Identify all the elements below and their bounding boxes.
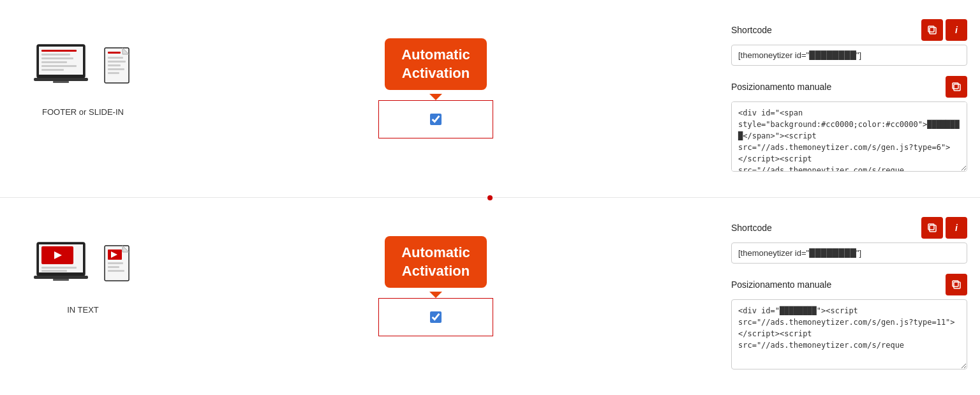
svg-rect-6 [41, 65, 77, 67]
shortcode-input-1[interactable] [731, 45, 967, 66]
divider-dot [487, 195, 493, 200]
svg-rect-36 [108, 266, 119, 268]
laptop-icon [34, 43, 98, 91]
intext-device-label: IN TEXT [67, 305, 99, 315]
svg-rect-10 [53, 81, 69, 83]
copy-icon-manual-2 [951, 279, 961, 290]
shortcode-group-1: Shortcode i [731, 19, 967, 66]
svg-rect-3 [41, 54, 70, 56]
automatic-activation-tooltip-2: Automatic Activation [385, 236, 487, 288]
copy-icon-1 [927, 25, 937, 35]
svg-rect-30 [53, 279, 69, 281]
activation-checkbox-container-1 [378, 100, 493, 138]
shortcode-label-1: Shortcode [731, 25, 772, 35]
document-icon [103, 47, 132, 91]
activation-checkbox-container-2 [378, 298, 493, 336]
svg-rect-19 [930, 27, 936, 34]
activation-checkbox-2[interactable] [430, 311, 442, 323]
shortcode-copy-btn-1[interactable] [921, 19, 943, 41]
svg-rect-28 [41, 270, 67, 272]
svg-rect-29 [34, 276, 88, 279]
svg-rect-14 [108, 61, 126, 63]
device-icon-intext [32, 230, 134, 300]
svg-rect-37 [108, 270, 124, 272]
svg-rect-18 [108, 52, 121, 54]
manual-group-2: Posizionamento manuale <div id="████████… [731, 274, 967, 371]
manual-textarea-2[interactable]: <div id="████████"><script src="//ads.th… [731, 299, 967, 369]
svg-rect-40 [954, 282, 960, 288]
shortcode-input-2[interactable] [731, 242, 967, 264]
svg-rect-38 [930, 225, 936, 232]
shortcode-copy-btn-2[interactable] [921, 217, 943, 239]
svg-rect-35 [108, 262, 123, 264]
row-in-text: IN TEXT Automatic Activation Shortcode [0, 198, 980, 395]
left-section-footer: FOOTER or SLIDE-IN [13, 19, 153, 117]
right-section-intext: Shortcode i Posizionament [718, 217, 967, 371]
shortcode-header-1: Shortcode i [731, 19, 967, 41]
shortcode-buttons-1: i [921, 19, 967, 41]
middle-section-intext: Automatic Activation [153, 217, 718, 345]
right-section-footer: Shortcode i Posizionament [718, 19, 967, 174]
manual-textarea-1[interactable]: <div id="<span style="background:#cc0000… [731, 101, 967, 172]
automatic-activation-tooltip-1: Automatic Activation [385, 38, 487, 90]
copy-icon-2 [927, 223, 937, 233]
manual-copy-btn-2[interactable] [946, 274, 967, 295]
manual-label-2: Posizionamento manuale [731, 279, 831, 290]
manual-textarea-wrapper-2: <div id="████████"><script src="//ads.th… [731, 299, 967, 371]
shortcode-group-2: Shortcode i [731, 217, 967, 264]
svg-rect-5 [41, 61, 67, 63]
device-icon-footer [32, 32, 134, 102]
svg-rect-27 [41, 267, 77, 269]
svg-rect-16 [108, 68, 124, 70]
shortcode-info-btn-2[interactable]: i [946, 217, 967, 239]
doc-play-icon [103, 244, 132, 289]
manual-copy-btn-1[interactable] [946, 76, 967, 98]
svg-rect-9 [34, 78, 88, 81]
copy-icon-manual-1 [951, 82, 961, 92]
left-section-intext: IN TEXT [13, 217, 153, 315]
shortcode-info-btn-1[interactable]: i [946, 19, 967, 41]
svg-rect-7 [41, 69, 64, 71]
shortcode-buttons-2: i [921, 217, 967, 239]
activation-checkbox-1[interactable] [430, 114, 442, 125]
manual-textarea-wrapper-1: <div id="<span style="background:#cc0000… [731, 101, 967, 174]
manual-label-1: Posizionamento manuale [731, 82, 831, 92]
svg-rect-4 [41, 57, 73, 59]
svg-rect-13 [108, 57, 123, 59]
shortcode-header-2: Shortcode i [731, 217, 967, 239]
svg-rect-15 [108, 64, 121, 66]
footer-device-label: FOOTER or SLIDE-IN [42, 107, 124, 117]
row-footer-slide-in: FOOTER or SLIDE-IN Automatic Activation … [0, 0, 980, 198]
manual-header-2: Posizionamento manuale [731, 274, 967, 295]
laptop-video-icon [34, 241, 98, 289]
shortcode-label-2: Shortcode [731, 223, 772, 233]
manual-header-1: Posizionamento manuale [731, 76, 967, 98]
manual-group-1: Posizionamento manuale <div id="<span st… [731, 76, 967, 174]
svg-rect-21 [954, 84, 960, 91]
middle-section-footer: Automatic Activation [153, 19, 718, 147]
svg-rect-8 [41, 50, 77, 52]
svg-rect-17 [108, 72, 119, 74]
